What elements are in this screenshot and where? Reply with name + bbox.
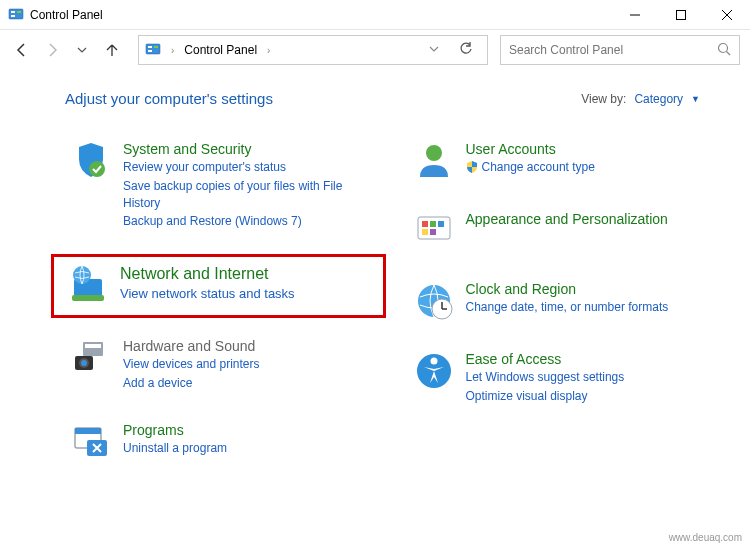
svg-rect-8 [146, 44, 160, 54]
svg-point-12 [719, 43, 728, 52]
category-link[interactable]: Uninstall a program [123, 440, 227, 457]
close-button[interactable] [704, 0, 750, 30]
category-title[interactable]: Programs [123, 422, 227, 438]
svg-point-38 [430, 358, 437, 365]
category-network-internet: Network and Internet View network status… [51, 254, 386, 318]
view-by: View by: Category ▼ [581, 92, 700, 106]
category-hardware-sound: Hardware and Sound View devices and prin… [65, 332, 378, 398]
category-title[interactable]: System and Security [123, 141, 372, 157]
category-title[interactable]: Network and Internet [120, 265, 295, 283]
category-ease-access: Ease of Access Let Windows suggest setti… [408, 345, 721, 411]
breadcrumb-item[interactable]: Control Panel [184, 43, 257, 57]
toolbar: › Control Panel › [0, 30, 750, 70]
svg-rect-31 [422, 229, 428, 235]
svg-point-14 [89, 161, 105, 177]
category-link[interactable]: Change account type [466, 159, 595, 176]
globe-network-icon [68, 265, 108, 305]
minimize-button[interactable] [612, 0, 658, 30]
clock-globe-icon [414, 281, 454, 321]
svg-point-22 [81, 360, 87, 366]
category-link[interactable]: Change date, time, or number formats [466, 299, 669, 316]
content-area: Adjust your computer's settings View by:… [0, 70, 750, 486]
heading-row: Adjust your computer's settings View by:… [65, 90, 720, 107]
svg-rect-11 [148, 50, 152, 52]
category-title[interactable]: Appearance and Personalization [466, 211, 668, 227]
window-controls [612, 0, 750, 30]
watermark: www.deuaq.com [669, 532, 742, 543]
chevron-down-icon[interactable]: ▼ [691, 94, 700, 104]
category-programs: Programs Uninstall a program [65, 416, 378, 468]
maximize-button[interactable] [658, 0, 704, 30]
category-link[interactable]: Backup and Restore (Windows 7) [123, 213, 372, 230]
address-dropdown[interactable] [423, 44, 445, 56]
category-user-accounts: User Accounts Change account type [408, 135, 721, 187]
svg-rect-16 [72, 295, 104, 301]
category-link[interactable]: Let Windows suggest settings [466, 369, 625, 386]
svg-rect-27 [418, 217, 450, 239]
chevron-right-icon[interactable]: › [167, 45, 178, 56]
uac-shield-icon [466, 161, 478, 173]
control-panel-icon [8, 7, 24, 23]
forward-button[interactable] [40, 38, 64, 62]
category-link[interactable]: Save backup copies of your files with Fi… [123, 178, 372, 212]
control-panel-icon [145, 42, 161, 58]
left-column: System and Security Review your computer… [65, 135, 378, 486]
up-button[interactable] [100, 38, 124, 62]
viewby-value[interactable]: Category [634, 92, 683, 106]
category-clock-region: Clock and Region Change date, time, or n… [408, 275, 721, 327]
category-system-security: System and Security Review your computer… [65, 135, 378, 236]
appearance-icon [414, 211, 454, 251]
refresh-button[interactable] [451, 42, 481, 59]
right-column: User Accounts Change account type Appear… [408, 135, 721, 486]
svg-rect-9 [148, 46, 152, 48]
search-input[interactable] [509, 43, 717, 57]
category-link[interactable]: View devices and printers [123, 356, 260, 373]
svg-rect-2 [17, 11, 21, 13]
svg-rect-0 [9, 9, 23, 19]
viewby-label: View by: [581, 92, 626, 106]
window-title: Control Panel [30, 8, 103, 22]
svg-point-17 [73, 266, 91, 284]
page-heading: Adjust your computer's settings [65, 90, 273, 107]
svg-rect-29 [430, 221, 436, 227]
svg-line-13 [727, 51, 731, 55]
svg-rect-28 [422, 221, 428, 227]
address-bar[interactable]: › Control Panel › [138, 35, 488, 65]
svg-rect-32 [430, 229, 436, 235]
recent-dropdown[interactable] [70, 38, 94, 62]
accessibility-icon [414, 351, 454, 391]
svg-point-26 [426, 145, 442, 161]
svg-rect-24 [75, 428, 101, 434]
category-link[interactable]: Add a device [123, 375, 260, 392]
search-bar[interactable] [500, 35, 740, 65]
category-link[interactable]: Optimize visual display [466, 388, 625, 405]
printer-camera-icon [71, 338, 111, 378]
svg-rect-3 [11, 15, 15, 17]
category-link[interactable]: Review your computer's status [123, 159, 372, 176]
user-icon [414, 141, 454, 181]
svg-rect-19 [85, 344, 101, 348]
category-title[interactable]: Ease of Access [466, 351, 625, 367]
programs-icon [71, 422, 111, 462]
titlebar-left: Control Panel [8, 7, 103, 23]
search-icon[interactable] [717, 42, 731, 59]
svg-rect-30 [438, 221, 444, 227]
shield-monitor-icon [71, 141, 111, 181]
svg-rect-10 [154, 46, 158, 48]
category-appearance: Appearance and Personalization [408, 205, 721, 257]
category-title[interactable]: Clock and Region [466, 281, 669, 297]
chevron-right-icon[interactable]: › [263, 45, 274, 56]
category-title[interactable]: Hardware and Sound [123, 338, 260, 354]
categories-columns: System and Security Review your computer… [65, 135, 720, 486]
svg-rect-1 [11, 11, 15, 13]
category-title[interactable]: User Accounts [466, 141, 595, 157]
svg-rect-5 [677, 10, 686, 19]
titlebar: Control Panel [0, 0, 750, 30]
category-link[interactable]: View network status and tasks [120, 285, 295, 303]
back-button[interactable] [10, 38, 34, 62]
